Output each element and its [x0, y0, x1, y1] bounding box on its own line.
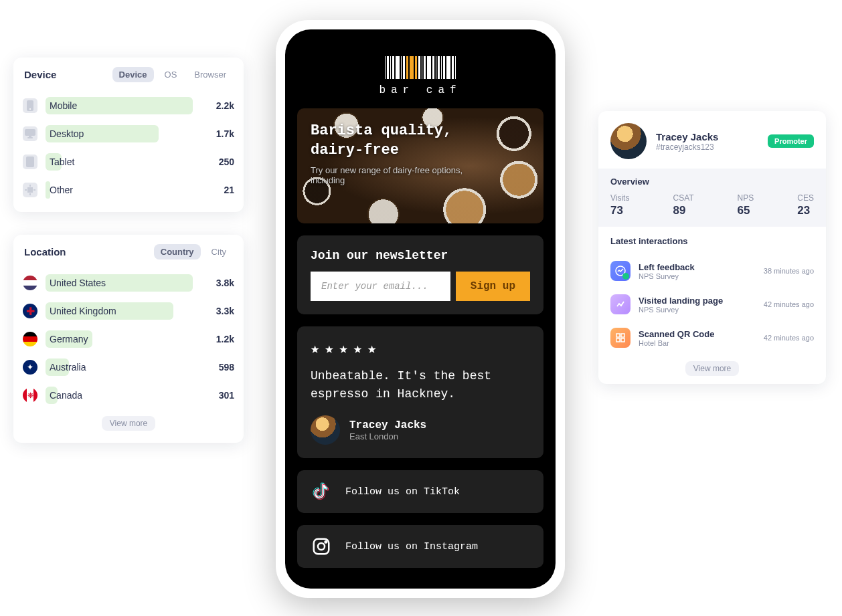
stat-csat: CSAT 89 [673, 193, 693, 217]
stat-label: NPS [738, 193, 754, 203]
signup-button[interactable]: Sign up [456, 272, 530, 301]
device-header: Device Device OS Browser [13, 58, 244, 89]
desktop-icon [23, 126, 37, 141]
location-title: Location [24, 246, 66, 258]
location-row-label: United Kingdom [46, 306, 116, 316]
social-tiktok[interactable]: Follow us on TikTok [297, 470, 543, 513]
phone-frame: bar caf Barista quality,dairy-free Try o… [276, 20, 565, 598]
svg-rect-16 [621, 334, 624, 337]
location-row-label: Australia [46, 362, 86, 373]
interaction-row[interactable]: Visited landing page NPS Survey 42 minut… [610, 288, 814, 321]
device-row-value: 250 [201, 157, 234, 167]
location-row-value: 301 [201, 390, 234, 401]
email-input[interactable] [311, 272, 450, 301]
device-row-label: Tablet [46, 157, 74, 167]
overview-section: Overview Visits 73 CSAT 89 NPS 65 CES 23 [598, 169, 826, 227]
location-row-label: Germany [46, 334, 88, 344]
svg-point-1 [29, 108, 31, 110]
device-row[interactable]: Mobile 2.2k [23, 92, 234, 120]
tab-country[interactable]: Country [154, 244, 201, 260]
device-row[interactable]: Tablet 250 [23, 148, 234, 176]
reviewer: Tracey Jacks East London [311, 415, 530, 445]
flag-au-icon [23, 360, 37, 375]
device-card: Device Device OS Browser Mobile 2.2k Des… [13, 58, 244, 212]
device-row-label: Other [46, 185, 73, 195]
brand-logo: bar caf [297, 56, 543, 96]
location-row-label: Canada [46, 390, 82, 401]
stat-label: CES [797, 193, 814, 203]
svg-point-12 [318, 543, 325, 550]
feedback-icon [610, 261, 630, 281]
interaction-sub: NPS Survey [639, 306, 756, 314]
tab-browser[interactable]: Browser [187, 67, 233, 82]
device-row-label: Desktop [46, 128, 84, 139]
tiktok-icon [311, 481, 332, 502]
interactions-title: Latest interactions [610, 236, 814, 246]
device-row[interactable]: Other 21 [23, 176, 234, 204]
location-row-value: 598 [201, 362, 234, 373]
location-row-label: United States [46, 278, 106, 288]
location-tabs: Country City [154, 244, 233, 260]
svg-rect-17 [616, 338, 620, 342]
flag-ca-icon [23, 388, 37, 403]
interaction-row[interactable]: Left feedback NPS Survey 38 minutes ago [610, 254, 814, 288]
svg-rect-4 [27, 137, 33, 138]
stat-ces: CES 23 [797, 193, 814, 217]
tab-device[interactable]: Device [112, 67, 154, 82]
svg-rect-9 [25, 189, 27, 191]
interaction-title: Left feedback [639, 262, 756, 272]
stat-label: Visits [610, 193, 629, 203]
location-row[interactable]: United States 3.8k [23, 269, 234, 297]
stat-label: CSAT [673, 193, 693, 203]
svg-rect-8 [29, 193, 31, 195]
reviewer-location: East London [349, 431, 426, 441]
newsletter-title: Join our newsletter [311, 249, 530, 262]
location-row[interactable]: Germany 1.2k [23, 325, 234, 353]
location-header: Location Country City [13, 235, 244, 266]
promoter-badge: Promoter [768, 134, 814, 148]
device-title: Device [24, 69, 56, 80]
location-row-value: 3.8k [201, 278, 234, 288]
svg-rect-18 [621, 338, 624, 342]
device-row[interactable]: Desktop 1.7k [23, 120, 234, 148]
profile-avatar[interactable] [610, 123, 647, 159]
tab-os[interactable]: OS [158, 67, 184, 82]
phone-screen: bar caf Barista quality,dairy-free Try o… [285, 29, 556, 589]
star-icon: ★ [325, 340, 333, 358]
flag-uk-icon [23, 304, 37, 318]
stat-value: 23 [797, 204, 814, 217]
device-row-value: 21 [201, 185, 234, 195]
interaction-sub: NPS Survey [639, 272, 756, 280]
svg-rect-5 [26, 157, 34, 167]
tab-city[interactable]: City [205, 244, 233, 260]
mobile-icon [23, 98, 37, 113]
device-list: Mobile 2.2k Desktop 1.7k Tablet 250 Othe… [13, 89, 244, 212]
star-icon: ★ [339, 340, 348, 358]
svg-rect-7 [29, 185, 31, 187]
stat-value: 73 [610, 204, 629, 217]
review-quote: Unbeatable. It's the best espresso in Ha… [311, 367, 530, 403]
device-row-value: 2.2k [201, 100, 234, 111]
interaction-row[interactable]: Scanned QR Code Hotel Bar 42 minutes ago [610, 321, 814, 354]
interaction-time: 42 minutes ago [764, 334, 814, 342]
svg-rect-15 [616, 334, 620, 337]
profile-handle: #traceyjacks123 [656, 142, 718, 152]
profile-view-more[interactable]: View more [685, 361, 739, 376]
tablet-icon [23, 155, 37, 169]
interaction-time: 38 minutes ago [764, 267, 814, 275]
location-view-more[interactable]: View more [102, 416, 155, 431]
social-instagram[interactable]: Follow us on Instagram [297, 525, 543, 568]
device-tabs: Device OS Browser [112, 67, 233, 82]
svg-rect-6 [27, 187, 33, 193]
location-list: United States 3.8k United Kingdom 3.3k G… [13, 266, 244, 443]
hero-banner[interactable]: Barista quality,dairy-free Try our new r… [297, 108, 543, 223]
location-row[interactable]: United Kingdom 3.3k [23, 297, 234, 325]
location-row[interactable]: Australia 598 [23, 353, 234, 381]
qr-icon [610, 328, 630, 348]
interaction-sub: Hotel Bar [639, 339, 756, 347]
location-row[interactable]: Canada 301 [23, 381, 234, 409]
location-row-value: 1.2k [201, 334, 234, 344]
newsletter-block: Join our newsletter Sign up [297, 235, 543, 314]
interaction-time: 42 minutes ago [764, 300, 814, 308]
profile-header: Tracey Jacks #traceyjacks123 Promoter [598, 111, 826, 169]
